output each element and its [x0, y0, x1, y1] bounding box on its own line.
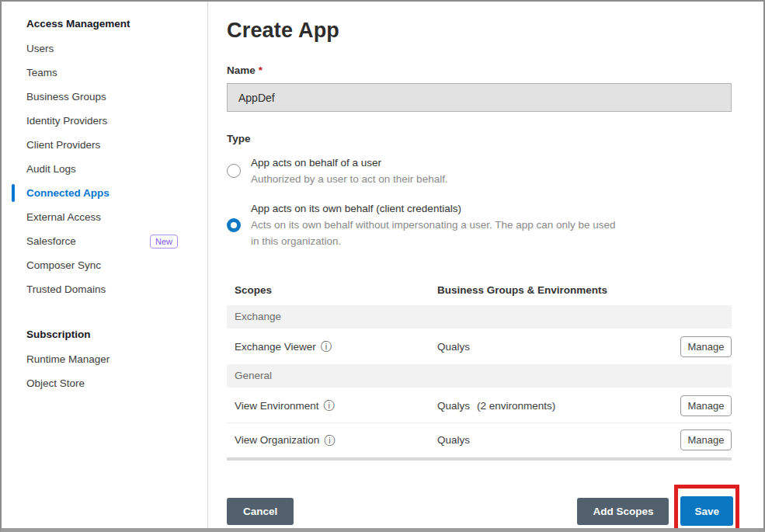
- option-title: App acts on behalf of a user: [251, 155, 448, 171]
- sidebar-item-client-providers[interactable]: Client Providers: [2, 133, 207, 157]
- save-button[interactable]: Save: [680, 496, 733, 526]
- sidebar: Access Management Users Teams Business G…: [2, 2, 208, 528]
- sidebar-item-salesforce[interactable]: Salesforce New: [2, 229, 207, 253]
- scope-group-row-exchange: Exchange: [227, 305, 732, 329]
- info-icon[interactable]: ⓘ: [324, 435, 335, 446]
- sidebar-item-label: Trusted Domains: [26, 283, 106, 295]
- option-description: Acts on its own behalf without impersona…: [251, 217, 616, 249]
- type-option-on-behalf-of-user[interactable]: App acts on behalf of a user Authorized …: [227, 155, 732, 187]
- sidebar-item-business-groups[interactable]: Business Groups: [2, 85, 207, 109]
- scope-target-cell: Qualys: [437, 434, 680, 446]
- option-text-block: App acts on behalf of a user Authorized …: [251, 155, 448, 187]
- sidebar-item-label: Audit Logs: [26, 163, 76, 175]
- type-label-text: Type: [227, 133, 251, 144]
- name-field-label: Name *: [227, 64, 732, 76]
- option-text-block: App acts on its own behalf (client crede…: [251, 200, 616, 249]
- sidebar-section-title-subscription: Subscription: [2, 322, 207, 347]
- active-item-indicator: [12, 184, 15, 202]
- name-label-text: Name: [227, 64, 256, 76]
- scope-target-cell: Qualys: [437, 341, 680, 353]
- scope-name-text: Exchange Viewer: [235, 341, 316, 353]
- red-highlight-annotation: Save: [674, 485, 739, 532]
- scope-name-text: View Organization: [235, 434, 319, 446]
- radio-selected[interactable]: [227, 218, 241, 232]
- scope-row-exchange-viewer: Exchange Viewer ⓘ Qualys Manage: [227, 329, 732, 363]
- page-title: Create App: [227, 19, 763, 43]
- sidebar-item-label: External Access: [26, 211, 101, 223]
- scope-target-text: Qualys: [437, 341, 470, 353]
- column-header-scopes: Scopes: [227, 284, 437, 296]
- radio-unselected[interactable]: [227, 164, 241, 178]
- sidebar-item-label: Connected Apps: [26, 187, 110, 199]
- option-title: App acts on its own behalf (client crede…: [251, 200, 616, 217]
- info-icon[interactable]: ⓘ: [324, 400, 335, 411]
- scope-target-extra: (2 environments): [477, 400, 555, 412]
- scope-row-view-environment: View Environment ⓘ Qualys(2 environments…: [227, 388, 732, 422]
- scope-name-cell: Exchange Viewer ⓘ: [235, 341, 437, 353]
- sidebar-section-title-access-management: Access Management: [2, 11, 207, 37]
- new-badge: New: [150, 235, 178, 249]
- sidebar-item-label: Teams: [26, 67, 57, 78]
- scopes-table: Scopes Business Groups & Environments Ex…: [227, 278, 732, 461]
- sidebar-item-teams[interactable]: Teams: [2, 61, 207, 85]
- manage-button[interactable]: Manage: [680, 395, 732, 416]
- sidebar-item-trusted-domains[interactable]: Trusted Domains: [2, 277, 207, 301]
- manage-button[interactable]: Manage: [680, 429, 732, 450]
- sidebar-item-users[interactable]: Users: [2, 37, 207, 61]
- sidebar-item-label: Users: [26, 43, 54, 54]
- add-scopes-button[interactable]: Add Scopes: [577, 498, 669, 525]
- option-description: Authorized by a user to act on their beh…: [251, 171, 448, 187]
- info-icon[interactable]: ⓘ: [321, 341, 332, 352]
- scope-target-cell: Qualys(2 environments): [437, 400, 680, 412]
- scope-target-text: Qualys: [437, 400, 470, 412]
- column-header-business-groups: Business Groups & Environments: [437, 284, 732, 296]
- footer-actions: Cancel Add Scopes Save: [227, 485, 732, 532]
- scope-name-text: View Environment: [235, 400, 319, 412]
- sidebar-item-external-access[interactable]: External Access: [2, 205, 207, 229]
- sidebar-item-label: Runtime Manager: [26, 353, 110, 365]
- required-asterisk: *: [259, 64, 263, 76]
- manage-button[interactable]: Manage: [680, 336, 732, 357]
- scope-name-cell: View Organization ⓘ: [235, 434, 437, 446]
- sidebar-item-composer-sync[interactable]: Composer Sync: [2, 253, 207, 277]
- type-option-own-behalf[interactable]: App acts on its own behalf (client crede…: [227, 200, 732, 249]
- sidebar-item-label: Client Providers: [26, 139, 100, 151]
- type-field-label: Type: [227, 133, 732, 144]
- scope-target-text: Qualys: [437, 434, 470, 446]
- scopes-table-header: Scopes Business Groups & Environments: [227, 278, 732, 304]
- sidebar-item-label: Object Store: [26, 377, 85, 389]
- sidebar-item-label: Salesforce: [26, 235, 76, 247]
- sidebar-item-object-store[interactable]: Object Store: [2, 371, 207, 395]
- sidebar-item-label: Composer Sync: [26, 259, 101, 271]
- sidebar-item-connected-apps[interactable]: Connected Apps: [2, 181, 207, 205]
- scope-row-view-organization: View Organization ⓘ Qualys Manage: [227, 422, 732, 457]
- sidebar-item-label: Business Groups: [26, 91, 106, 103]
- sidebar-item-audit-logs[interactable]: Audit Logs: [2, 157, 207, 181]
- cancel-button[interactable]: Cancel: [227, 498, 294, 525]
- sidebar-item-label: Identity Providers: [26, 115, 107, 127]
- table-bottom-divider: [227, 457, 732, 461]
- sidebar-item-identity-providers[interactable]: Identity Providers: [2, 109, 207, 133]
- scope-group-row-general: General: [227, 364, 732, 388]
- app-name-input[interactable]: [227, 83, 732, 112]
- scope-name-cell: View Environment ⓘ: [235, 400, 437, 412]
- create-app-page: Access Management Users Teams Business G…: [0, 0, 765, 532]
- main-content: Create App Name * Type App acts on behal…: [208, 2, 763, 528]
- sidebar-item-runtime-manager[interactable]: Runtime Manager: [2, 347, 207, 371]
